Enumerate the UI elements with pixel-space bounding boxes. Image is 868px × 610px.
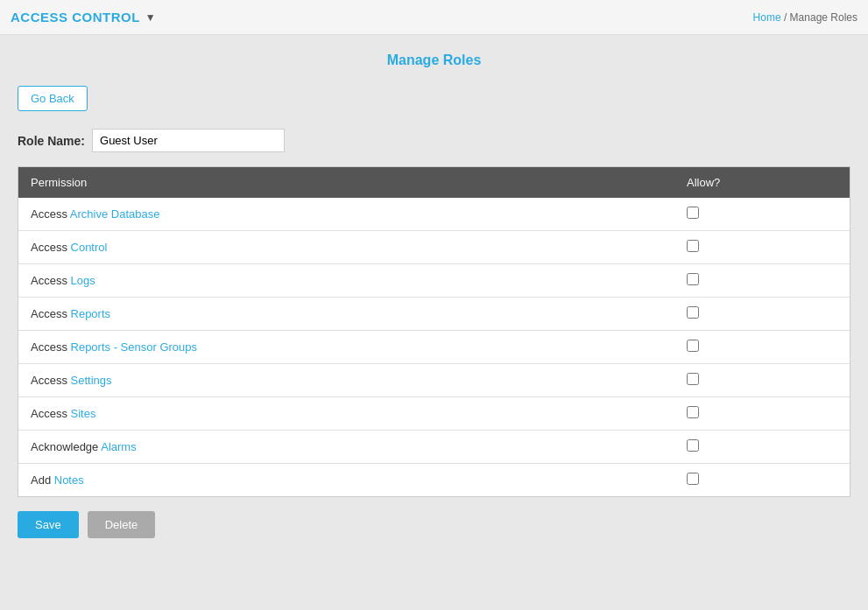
allow-cell bbox=[674, 298, 850, 331]
role-name-row: Role Name: bbox=[18, 129, 850, 152]
permission-cell: Add Notes bbox=[18, 464, 674, 497]
permissions-table: Permission Allow? Access Archive Databas… bbox=[18, 167, 850, 496]
table-row: Access Control bbox=[18, 231, 850, 264]
permission-link[interactable]: Logs bbox=[71, 274, 95, 287]
permission-link[interactable]: Control bbox=[71, 241, 108, 254]
permission-cell: Access Settings bbox=[18, 364, 674, 397]
permission-cell: Access Reports - Sensor Groups bbox=[18, 331, 674, 364]
allow-cell bbox=[674, 231, 850, 264]
table-row: Acknowledge Alarms bbox=[18, 431, 850, 464]
allow-cell bbox=[674, 331, 850, 364]
permission-link[interactable]: Sites bbox=[71, 407, 96, 420]
permission-link[interactable]: Archive Database bbox=[70, 207, 160, 221]
go-back-button[interactable]: Go Back bbox=[18, 86, 88, 111]
allow-checkbox[interactable] bbox=[687, 473, 699, 485]
table-row: Access Reports - Sensor Groups bbox=[18, 331, 850, 364]
breadcrumb-home[interactable]: Home bbox=[753, 11, 781, 24]
allow-cell bbox=[674, 431, 850, 464]
page-title: Manage Roles bbox=[18, 53, 850, 68]
permission-cell: Acknowledge Alarms bbox=[18, 431, 674, 464]
table-row: Access Settings bbox=[18, 364, 850, 397]
bottom-buttons: Save Delete bbox=[18, 511, 850, 538]
dropdown-arrow-icon[interactable]: ▼ bbox=[145, 11, 156, 24]
allow-cell bbox=[674, 198, 850, 231]
header: ACCESS CONTROL ▼ Home / Manage Roles bbox=[0, 0, 868, 35]
table-row: Access Sites bbox=[18, 397, 850, 431]
col-header-permission: Permission bbox=[18, 167, 674, 198]
permission-cell: Access Sites bbox=[18, 397, 674, 431]
col-header-allow: Allow? bbox=[674, 167, 850, 198]
main-content: Manage Roles Go Back Role Name: Permissi… bbox=[0, 35, 868, 610]
permissions-table-container: Permission Allow? Access Archive Databas… bbox=[18, 166, 850, 497]
permission-link[interactable]: Notes bbox=[54, 473, 84, 487]
allow-checkbox[interactable] bbox=[687, 406, 699, 418]
table-row: Add Notes bbox=[18, 464, 850, 497]
allow-checkbox[interactable] bbox=[687, 340, 699, 352]
permission-link[interactable]: Alarms bbox=[101, 440, 136, 453]
permission-link[interactable]: Settings bbox=[71, 374, 112, 387]
table-row: Access Archive Database bbox=[18, 198, 850, 231]
allow-checkbox[interactable] bbox=[687, 373, 699, 385]
allow-checkbox[interactable] bbox=[687, 207, 699, 219]
allow-cell bbox=[674, 264, 850, 298]
save-button[interactable]: Save bbox=[18, 511, 79, 538]
allow-checkbox[interactable] bbox=[687, 306, 699, 319]
permission-link[interactable]: Reports bbox=[71, 307, 111, 320]
permission-cell: Access Control bbox=[18, 231, 674, 264]
permission-cell: Access Archive Database bbox=[18, 198, 674, 231]
role-name-input[interactable] bbox=[92, 129, 285, 152]
role-name-label: Role Name: bbox=[18, 134, 85, 148]
delete-button[interactable]: Delete bbox=[88, 511, 156, 538]
allow-checkbox[interactable] bbox=[687, 439, 699, 452]
allow-cell bbox=[674, 364, 850, 397]
permission-link[interactable]: Reports - Sensor Groups bbox=[71, 340, 198, 354]
app-title: ACCESS CONTROL bbox=[11, 10, 140, 25]
permission-cell: Access Logs bbox=[18, 264, 674, 298]
allow-checkbox[interactable] bbox=[687, 240, 699, 252]
allow-checkbox[interactable] bbox=[687, 273, 699, 285]
allow-cell bbox=[674, 464, 850, 497]
permission-cell: Access Reports bbox=[18, 298, 674, 331]
breadcrumb-separator: / bbox=[784, 11, 787, 24]
breadcrumb: Home / Manage Roles bbox=[753, 11, 857, 24]
permissions-scroll-area[interactable]: Permission Allow? Access Archive Databas… bbox=[18, 167, 850, 496]
table-row: Access Logs bbox=[18, 264, 850, 298]
table-row: Access Reports bbox=[18, 298, 850, 331]
allow-cell bbox=[674, 397, 850, 431]
header-left: ACCESS CONTROL ▼ bbox=[11, 10, 156, 25]
table-header-row: Permission Allow? bbox=[18, 167, 850, 198]
breadcrumb-current: Manage Roles bbox=[790, 11, 857, 24]
